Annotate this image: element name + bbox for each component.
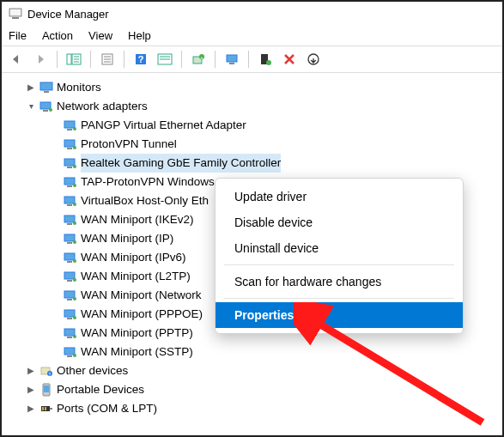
tree-label: Ports (COM & LPT) [57, 399, 157, 418]
action-button[interactable] [155, 50, 174, 69]
svg-text:?: ? [138, 54, 144, 64]
svg-point-29 [49, 108, 52, 112]
svg-rect-58 [67, 299, 72, 300]
svg-point-38 [73, 165, 76, 168]
toolbar-separator [181, 51, 182, 68]
tree-item-label: WAN Miniport (PPPOE) [81, 305, 203, 324]
toolbar: ? + [2, 46, 502, 73]
menu-bar: File Action View Help [2, 26, 502, 46]
svg-point-53 [73, 259, 76, 263]
tree-item-label: WAN Miniport (IP) [81, 229, 173, 248]
network-adapter-icon [64, 232, 77, 246]
tree-item-label: VirtualBox Host-Only Eth [81, 191, 209, 210]
svg-rect-67 [67, 355, 72, 357]
network-adapter-icon [64, 156, 77, 170]
network-adapter-icon [64, 175, 77, 189]
tree-label: Monitors [57, 78, 101, 97]
network-adapter-icon [64, 251, 77, 264]
svg-rect-60 [64, 310, 75, 317]
svg-rect-28 [43, 110, 48, 112]
network-adapter-icon [64, 307, 77, 321]
network-adapter-icon [64, 326, 77, 340]
svg-rect-30 [64, 121, 75, 128]
svg-rect-37 [67, 167, 72, 168]
svg-rect-75 [42, 407, 44, 410]
tree-category-ports[interactable]: ▶ Ports (COM & LPT) [10, 399, 499, 418]
svg-rect-63 [64, 329, 75, 336]
svg-point-62 [73, 316, 76, 319]
svg-point-68 [73, 354, 76, 357]
forward-button[interactable] [31, 50, 50, 69]
svg-point-47 [73, 222, 76, 225]
tree-item-label: WAN Miniport (PPTP) [81, 324, 193, 343]
tree-item-network-adapter[interactable]: Realtek Gaming GbE Family Controller [10, 154, 499, 173]
svg-rect-54 [64, 272, 75, 279]
disable-device-button[interactable] [304, 50, 323, 69]
tree-item-network-adapter[interactable]: WAN Miniport (SSTP) [10, 343, 499, 361]
ctx-scan-hardware[interactable]: Scan for hardware changes [216, 269, 463, 294]
toolbar-separator [124, 51, 124, 68]
tree-item-label: Realtek Gaming GbE Family Controller [81, 154, 281, 173]
menu-help[interactable]: Help [128, 29, 151, 42]
chevron-down-icon[interactable]: ▾ [26, 97, 36, 116]
svg-rect-33 [64, 140, 75, 147]
tree-category-other-devices[interactable]: ▶ ? Other devices [10, 361, 499, 380]
tree-item-label: TAP-ProtonVPN Windows [81, 173, 215, 191]
network-adapter-icon [64, 194, 77, 208]
scan-hardware-button[interactable] [222, 50, 241, 69]
svg-rect-40 [67, 185, 72, 187]
tree-category-network-adapters[interactable]: ▾ Network adapters [10, 97, 499, 116]
toolbar-separator [57, 51, 58, 68]
tree-item-network-adapter[interactable]: ProtonVPN Tunnel [10, 135, 499, 154]
svg-point-44 [73, 203, 76, 206]
tree-item-label: WAN Miniport (L2TP) [81, 267, 191, 286]
svg-point-41 [73, 184, 76, 187]
svg-rect-39 [64, 178, 75, 185]
svg-point-32 [73, 127, 76, 130]
svg-text:+: + [201, 55, 203, 60]
menu-file[interactable]: File [9, 29, 27, 42]
network-adapter-icon [64, 345, 77, 359]
svg-rect-66 [64, 348, 75, 355]
update-driver-button[interactable]: + [189, 50, 208, 69]
ctx-properties[interactable]: Properties [216, 302, 463, 328]
tree-item-label: WAN Miniport (IKEv2) [81, 210, 194, 229]
chevron-right-icon[interactable]: ▶ [26, 78, 36, 97]
ctx-update-driver[interactable]: Update driver [216, 184, 463, 209]
chevron-right-icon[interactable]: ▶ [26, 380, 36, 399]
help-button[interactable]: ? [131, 50, 150, 69]
show-hide-tree-button[interactable] [64, 50, 83, 69]
svg-rect-76 [45, 407, 46, 410]
network-adapter-icon [64, 270, 77, 283]
tree-category-portable-devices[interactable]: ▶ Portable Devices [10, 380, 499, 399]
ctx-disable-device[interactable]: Disable device [216, 209, 463, 235]
svg-rect-49 [67, 242, 72, 244]
tree-item-label: ProtonVPN Tunnel [81, 135, 177, 154]
network-adapter-icon [64, 288, 77, 302]
svg-rect-48 [64, 234, 75, 241]
enable-device-button[interactable] [256, 50, 275, 69]
toolbar-separator [248, 51, 249, 68]
tree-category-monitors[interactable]: ▶ Monitors [10, 78, 499, 97]
svg-rect-55 [67, 280, 72, 282]
svg-rect-1 [12, 17, 19, 19]
svg-point-59 [73, 297, 76, 300]
back-button[interactable] [7, 50, 26, 69]
properties-button[interactable] [98, 50, 117, 69]
uninstall-device-button[interactable] [280, 50, 299, 69]
network-adapter-icon [39, 100, 53, 113]
context-menu: Update driver Disable device Uninstall d… [215, 178, 464, 334]
svg-point-65 [73, 335, 76, 338]
svg-point-56 [73, 278, 76, 282]
portable-device-icon [39, 383, 53, 397]
app-icon [9, 7, 22, 21]
menu-action[interactable]: Action [42, 29, 73, 42]
title-bar: Device Manager [2, 2, 502, 26]
svg-text:?: ? [49, 372, 52, 377]
chevron-right-icon[interactable]: ▶ [26, 361, 36, 380]
tree-item-network-adapter[interactable]: PANGP Virtual Ethernet Adapter [10, 116, 499, 135]
svg-rect-34 [67, 148, 72, 149]
menu-view[interactable]: View [88, 29, 112, 42]
chevron-right-icon[interactable]: ▶ [26, 399, 36, 418]
ctx-uninstall-device[interactable]: Uninstall device [216, 235, 463, 261]
